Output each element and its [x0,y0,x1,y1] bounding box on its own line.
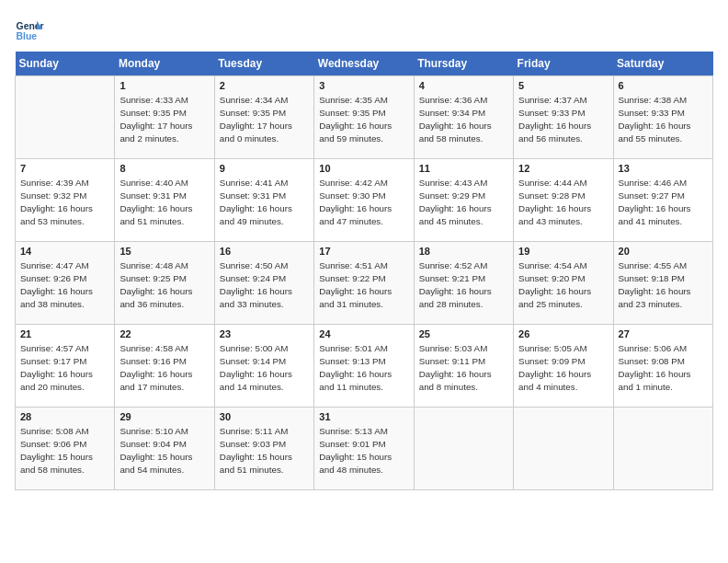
daylight-text: Daylight: 17 hours and 0 minutes. [220,120,309,144]
sunrise-text: Sunrise: 4:40 AM [119,177,209,189]
sunset-text: Sunset: 9:31 PM [119,190,209,201]
daylight-text: Daylight: 16 hours and 47 minutes. [319,202,408,226]
sunrise-text: Sunrise: 4:36 AM [419,94,508,106]
daylight-text: Daylight: 16 hours and 59 minutes. [319,120,408,144]
calendar-cell: 30Sunrise: 5:11 AMSunset: 9:03 PMDayligh… [214,408,313,490]
calendar-week-5: 28Sunrise: 5:08 AMSunset: 9:06 PMDayligh… [16,408,713,490]
logo: General Blue [15,15,48,44]
calendar-cell: 12Sunrise: 4:44 AMSunset: 9:28 PMDayligh… [514,159,613,242]
sunset-text: Sunset: 9:27 PM [619,190,708,201]
sunset-text: Sunset: 9:32 PM [20,190,109,201]
day-number: 20 [619,246,708,257]
sunrise-text: Sunrise: 4:47 AM [20,259,109,271]
sunset-text: Sunset: 9:33 PM [518,107,608,119]
daylight-text: Daylight: 16 hours and 56 minutes. [518,120,608,144]
day-header-tuesday: Tuesday [214,52,313,76]
calendar-week-3: 14Sunrise: 4:47 AMSunset: 9:26 PMDayligh… [16,242,713,325]
day-number: 21 [20,328,109,339]
calendar-cell: 13Sunrise: 4:46 AMSunset: 9:27 PMDayligh… [613,159,712,242]
day-number: 16 [220,246,309,257]
calendar-cell: 10Sunrise: 4:42 AMSunset: 9:30 PMDayligh… [314,159,414,242]
cell-content: 13Sunrise: 4:46 AMSunset: 9:27 PMDayligh… [619,163,708,227]
sunset-text: Sunset: 9:01 PM [319,438,408,450]
sunrise-text: Sunrise: 4:46 AM [619,177,708,189]
sunset-text: Sunset: 9:06 PM [20,438,109,450]
calendar-cell: 5Sunrise: 4:37 AMSunset: 9:33 PMDaylight… [514,76,613,159]
logo-icon: General Blue [15,15,44,44]
daylight-text: Daylight: 16 hours and 33 minutes. [220,285,309,309]
daylight-text: Daylight: 16 hours and 17 minutes. [119,368,209,392]
daylight-text: Daylight: 16 hours and 43 minutes. [518,202,608,226]
day-number: 31 [319,411,408,422]
calendar-cell: 24Sunrise: 5:01 AMSunset: 9:13 PMDayligh… [314,325,414,408]
daylight-text: Daylight: 15 hours and 51 minutes. [220,451,309,475]
calendar-week-2: 7Sunrise: 4:39 AMSunset: 9:32 PMDaylight… [16,159,713,242]
daylight-text: Daylight: 16 hours and 41 minutes. [619,202,708,226]
sunrise-text: Sunrise: 4:58 AM [119,342,209,354]
day-number: 7 [20,163,109,174]
day-number: 25 [419,328,508,339]
sunset-text: Sunset: 9:30 PM [319,190,408,201]
daylight-text: Daylight: 17 hours and 2 minutes. [119,120,209,144]
calendar-cell: 9Sunrise: 4:41 AMSunset: 9:31 PMDaylight… [214,159,313,242]
daylight-text: Daylight: 16 hours and 53 minutes. [20,202,109,226]
cell-content: 1Sunrise: 4:33 AMSunset: 9:35 PMDaylight… [119,80,209,144]
sunset-text: Sunset: 9:35 PM [220,107,309,119]
sunset-text: Sunset: 9:17 PM [20,355,109,367]
sunset-text: Sunset: 9:22 PM [319,272,408,284]
sunrise-text: Sunrise: 4:57 AM [20,342,109,354]
calendar-cell: 15Sunrise: 4:48 AMSunset: 9:25 PMDayligh… [115,242,214,325]
sunrise-text: Sunrise: 5:00 AM [220,342,309,354]
calendar-cell: 6Sunrise: 4:38 AMSunset: 9:33 PMDaylight… [613,76,712,159]
calendar-table: SundayMondayTuesdayWednesdayThursdayFrid… [15,52,713,490]
day-number: 23 [220,328,309,339]
page-header: General Blue [15,15,713,44]
day-number: 8 [119,163,209,174]
daylight-text: Daylight: 15 hours and 48 minutes. [319,451,408,475]
calendar-cell: 23Sunrise: 5:00 AMSunset: 9:14 PMDayligh… [214,325,313,408]
sunrise-text: Sunrise: 4:37 AM [518,94,608,106]
day-number: 14 [20,246,109,257]
day-header-monday: Monday [115,52,214,76]
cell-content: 4Sunrise: 4:36 AMSunset: 9:34 PMDaylight… [419,80,508,144]
calendar-cell: 16Sunrise: 4:50 AMSunset: 9:24 PMDayligh… [214,242,313,325]
cell-content: 23Sunrise: 5:00 AMSunset: 9:14 PMDayligh… [220,328,309,393]
cell-content: 28Sunrise: 5:08 AMSunset: 9:06 PMDayligh… [20,411,109,476]
day-number: 30 [220,411,309,422]
sunrise-text: Sunrise: 5:06 AM [619,342,708,354]
calendar-cell: 20Sunrise: 4:55 AMSunset: 9:18 PMDayligh… [613,242,712,325]
calendar-week-4: 21Sunrise: 4:57 AMSunset: 9:17 PMDayligh… [16,325,713,408]
calendar-cell: 8Sunrise: 4:40 AMSunset: 9:31 PMDaylight… [115,159,214,242]
day-number: 26 [518,328,608,339]
sunset-text: Sunset: 9:35 PM [319,107,408,119]
cell-content: 2Sunrise: 4:34 AMSunset: 9:35 PMDaylight… [220,80,309,144]
sunset-text: Sunset: 9:13 PM [319,355,408,367]
sunrise-text: Sunrise: 4:39 AM [20,177,109,189]
cell-content: 31Sunrise: 5:13 AMSunset: 9:01 PMDayligh… [319,411,408,476]
sunrise-text: Sunrise: 5:05 AM [518,342,608,354]
day-header-wednesday: Wednesday [314,52,414,76]
calendar-cell: 14Sunrise: 4:47 AMSunset: 9:26 PMDayligh… [16,242,115,325]
sunset-text: Sunset: 9:31 PM [220,190,309,201]
daylight-text: Daylight: 16 hours and 11 minutes. [319,368,408,392]
daylight-text: Daylight: 16 hours and 55 minutes. [619,120,708,144]
sunset-text: Sunset: 9:34 PM [419,107,508,119]
sunrise-text: Sunrise: 5:11 AM [220,425,309,437]
calendar-cell [613,408,712,490]
day-header-friday: Friday [514,52,613,76]
sunset-text: Sunset: 9:04 PM [119,438,209,450]
sunset-text: Sunset: 9:24 PM [220,272,309,284]
daylight-text: Daylight: 16 hours and 49 minutes. [220,202,309,226]
sunset-text: Sunset: 9:29 PM [419,190,508,201]
day-number: 27 [619,328,708,339]
sunset-text: Sunset: 9:11 PM [419,355,508,367]
calendar-cell: 18Sunrise: 4:52 AMSunset: 9:21 PMDayligh… [414,242,513,325]
sunrise-text: Sunrise: 4:55 AM [619,259,708,271]
calendar-cell: 31Sunrise: 5:13 AMSunset: 9:01 PMDayligh… [314,408,414,490]
sunrise-text: Sunrise: 4:33 AM [119,94,209,106]
day-number: 18 [419,246,508,257]
sunrise-text: Sunrise: 4:48 AM [119,259,209,271]
calendar-week-1: 1Sunrise: 4:33 AMSunset: 9:35 PMDaylight… [16,76,713,159]
daylight-text: Daylight: 16 hours and 1 minute. [619,368,708,392]
sunset-text: Sunset: 9:09 PM [518,355,608,367]
